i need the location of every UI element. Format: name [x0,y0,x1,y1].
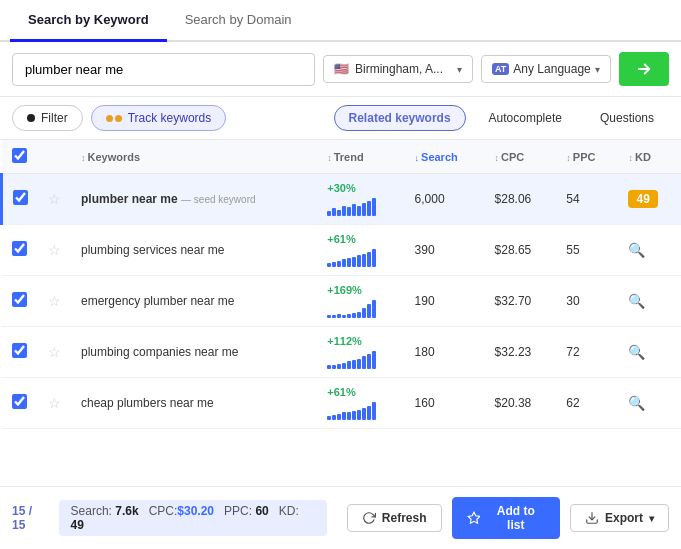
kd-search-icon[interactable]: 🔍 [628,242,645,258]
trend-pct: +61% [327,233,355,245]
trend-cell: +30% [317,174,404,225]
refresh-button[interactable]: Refresh [347,504,442,532]
trend-bar [352,360,356,369]
app-container: Search by Keyword Search by Domain 🇺🇸 Bi… [0,0,681,549]
tab-search-by-keyword[interactable]: Search by Keyword [10,0,167,42]
trend-bar [347,207,351,216]
ppc-val: 30 [556,276,618,327]
kd-val: 🔍 [618,327,681,378]
table-row: ☆ emergency plumber near me +169% 190 $3… [2,276,682,327]
keyword-input[interactable] [12,53,315,86]
trend-bar [372,198,376,216]
star-icon[interactable]: ☆ [48,344,61,360]
svg-marker-0 [468,512,480,523]
location-select[interactable]: 🇺🇸 Birmingham, A... ▾ [323,55,473,83]
trend-bar [367,354,371,369]
trend-bar [347,314,351,318]
trend-bar [357,206,361,216]
trend-pct: +30% [327,182,355,194]
keyword-main: plumbing companies near me [81,345,238,359]
add-to-list-label: Add to list [486,504,545,532]
star-icon[interactable]: ☆ [48,191,61,207]
go-button[interactable] [619,52,669,86]
ppc-val: 55 [556,225,618,276]
search-bar: 🇺🇸 Birmingham, A... ▾ AT Any Language ▾ [0,42,681,97]
trend-bars [327,196,376,216]
lang-chevron: ▾ [595,64,600,75]
export-label: Export [605,511,643,525]
trend-bar [367,406,371,420]
filter-button[interactable]: Filter [12,105,83,131]
trend-bar [347,258,351,267]
keyword-main: cheap plumbers near me [81,396,214,410]
trend-bar [337,364,341,369]
trend-bar [362,203,366,216]
row-checkbox[interactable] [12,394,27,409]
trend-bars [327,247,376,267]
col-ppc: ↕PPC [556,140,618,174]
trend-bar [342,412,346,420]
trend-bar [342,206,346,216]
trend-bar [362,356,366,369]
trend-bar [332,262,336,267]
cpc-val: $30.20 [177,504,214,518]
kd-val: 🔍 [618,276,681,327]
kd-search-icon[interactable]: 🔍 [628,344,645,360]
eye-icon [106,115,122,122]
star-icon[interactable]: ☆ [48,293,61,309]
trend-bar [352,204,356,216]
cpc-val: $28.06 [485,174,557,225]
col-search[interactable]: ↓Search [405,140,485,174]
tab-questions[interactable]: Questions [585,105,669,131]
add-to-list-button[interactable]: Add to list [452,497,560,539]
trend-bar [352,411,356,420]
trend-bar [367,201,371,216]
cpc-val: $32.23 [485,327,557,378]
tab-search-by-domain[interactable]: Search by Domain [167,0,310,42]
trend-bar [327,263,331,267]
cpc-val: $28.65 [485,225,557,276]
track-keywords-button[interactable]: Track keywords [91,105,227,131]
export-button[interactable]: Export ▾ [570,504,669,532]
trend-bar [362,254,366,267]
trend-bar [327,365,331,369]
trend-pct: +112% [327,335,362,347]
ppc-val: 60 [255,504,268,518]
keywords-table: ↕Keywords ↕Trend ↓Search ↕CPC ↕PPC ↕KD ☆… [0,140,681,429]
language-select[interactable]: AT Any Language ▾ [481,55,611,83]
table-container: ↕Keywords ↕Trend ↓Search ↕CPC ↕PPC ↕KD ☆… [0,140,681,486]
row-checkbox[interactable] [13,190,28,205]
search-label: Search: [71,504,112,518]
trend-bar [367,304,371,318]
kd-search-icon[interactable]: 🔍 [628,395,645,411]
row-checkbox[interactable] [12,292,27,307]
star-icon[interactable]: ☆ [48,242,61,258]
trend-bar [342,315,346,318]
ppc-label: PPC: [224,504,252,518]
search-vol: 160 [405,378,485,429]
kd-search-icon[interactable]: 🔍 [628,293,645,309]
col-keywords: ↕Keywords [71,140,317,174]
star-icon[interactable]: ☆ [48,395,61,411]
tab-related-keywords[interactable]: Related keywords [334,105,466,131]
trend-bar [342,259,346,267]
table-header-row: ↕Keywords ↕Trend ↓Search ↕CPC ↕PPC ↕KD [2,140,682,174]
trend-bar [372,402,376,420]
keyword-main: emergency plumber near me [81,294,234,308]
tab-autocomplete[interactable]: Autocomplete [474,105,577,131]
row-checkbox[interactable] [12,343,27,358]
stats-bar: Search: 7.6k CPC:$30.20 PPC: 60 KD: 49 [59,500,327,536]
filter-label: Filter [41,111,68,125]
cpc-val: $32.70 [485,276,557,327]
trend-bar [337,261,341,267]
trend-bar [327,315,331,318]
export-chevron: ▾ [649,513,654,524]
select-all-checkbox[interactable] [12,148,27,163]
keyword-cell: plumbing companies near me [71,327,317,378]
kd-val: 49 [71,518,84,532]
row-checkbox[interactable] [12,241,27,256]
page-count: 15 / 15 [12,504,49,532]
search-vol: 180 [405,327,485,378]
location-text: Birmingham, A... [355,62,443,76]
trend-bar [362,308,366,318]
